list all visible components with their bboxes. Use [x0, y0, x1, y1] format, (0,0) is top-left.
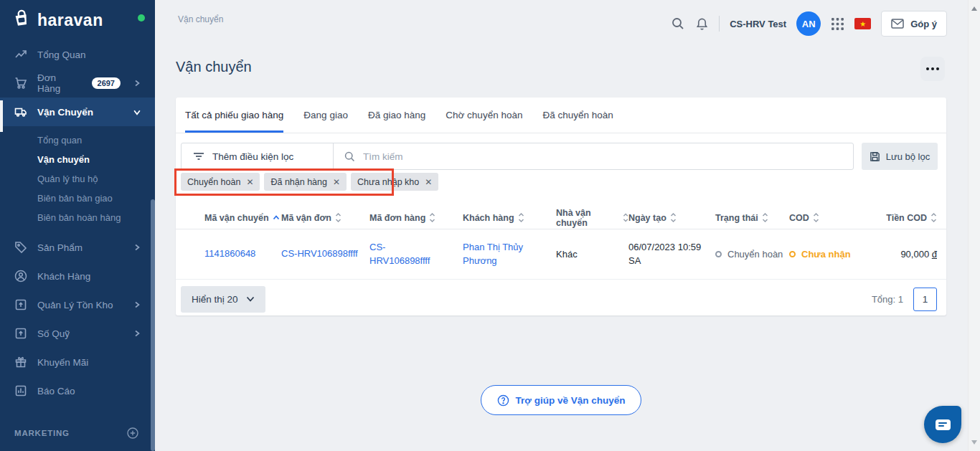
notification-bell-icon[interactable]	[695, 17, 709, 31]
tracking-code-link[interactable]: CS-HRV106898ffff	[281, 247, 369, 261]
submenu-item-quan-ly-thu-ho[interactable]: Quản lý thu hộ	[0, 169, 155, 189]
chip-close-icon[interactable]: ✕	[425, 178, 432, 186]
filter-chip-chuyen-hoan[interactable]: Chuyển hoàn ✕	[181, 173, 260, 191]
cod-amount-cell: 90,000 đ	[857, 249, 937, 260]
sidebar-item-khuyen-mai[interactable]: Khuyến Mãi	[0, 348, 155, 376]
chevron-right-icon	[131, 244, 143, 251]
filter-chip-chua-nhap-kho[interactable]: Chưa nhập kho ✕	[351, 173, 438, 191]
topbar-actions: CS-HRV Test AN ★ Góp ý	[671, 10, 947, 37]
sidebar-item-quan-ly-ton-kho[interactable]: Quản Lý Tồn Kho	[0, 290, 155, 319]
customer-link[interactable]: Phan Thị Thủy Phương	[463, 241, 556, 268]
cart-icon	[14, 77, 27, 90]
tab-da-giao-hang[interactable]: Đã giao hàng	[368, 98, 425, 133]
logo-text: haravan	[37, 11, 103, 30]
sidebar-item-bao-cao[interactable]: Báo Cáo	[0, 376, 155, 405]
tab-da-chuyen-hoan[interactable]: Đã chuyển hoàn	[542, 98, 613, 133]
status-online-dot	[138, 14, 145, 22]
status-ring-icon	[715, 251, 722, 257]
scroll-up-arrow-icon[interactable]	[971, 6, 977, 11]
sidebar-item-don-hang[interactable]: Đơn Hàng 2697	[0, 69, 155, 98]
sidebar-scrollbar[interactable]	[151, 199, 155, 451]
chat-widget-button[interactable]	[924, 406, 961, 443]
table-header: Mã vận chuyển Mã vận đơn Mã đơn hàng Khá…	[176, 206, 946, 229]
column-header-ngay-tao[interactable]: Ngày tạo	[628, 213, 715, 223]
feedback-button[interactable]: Góp ý	[881, 11, 947, 37]
active-filter-chips: Chuyển hoàn ✕ Đã nhận hàng ✕ Chưa nhập k…	[181, 173, 438, 191]
avatar[interactable]: AN	[796, 11, 821, 36]
page-size-dropdown[interactable]: Hiển thị 20	[181, 286, 265, 313]
main-content: Vận chuyển CS-HRV Test AN ★ Góp ý Vận ch…	[155, 0, 980, 451]
sort-icon	[429, 213, 435, 222]
shipments-card: Tất cả phiếu giao hàng Đang giao Đã giao…	[176, 98, 946, 315]
tag-icon	[14, 241, 27, 254]
orders-count-badge: 2697	[92, 77, 121, 89]
submenu-item-tong-quan[interactable]: Tổng quan	[0, 130, 155, 150]
sidebar-item-google-ads[interactable]: G Google Ads	[0, 445, 155, 451]
tab-dang-giao[interactable]: Đang giao	[303, 98, 348, 133]
line-chart-icon	[14, 48, 27, 61]
sort-icon	[813, 213, 819, 222]
page-number-button[interactable]: 1	[913, 288, 937, 311]
tab-cho-chuyen-hoan[interactable]: Chờ chuyển hoàn	[446, 98, 522, 133]
question-circle-icon	[497, 394, 509, 407]
sidebar-item-khach-hang[interactable]: Khách Hàng	[0, 262, 155, 290]
breadcrumb[interactable]: Vận chuyển	[178, 14, 223, 24]
chip-close-icon[interactable]: ✕	[333, 178, 340, 186]
add-filter-button[interactable]: Thêm điều kiện lọc	[182, 143, 334, 169]
account-name[interactable]: CS-HRV Test	[730, 19, 786, 29]
column-header-ma-van-don[interactable]: Mã vận đơn	[281, 213, 369, 223]
chip-close-icon[interactable]: ✕	[246, 178, 253, 186]
shopping-bag-logo-icon	[11, 8, 33, 32]
cod-status-cell: Chưa nhận	[789, 249, 857, 260]
submenu-item-bien-ban-ban-giao[interactable]: Biên bản bàn giao	[0, 189, 155, 208]
sidebar-item-so-quy[interactable]: Số Quỹ	[0, 319, 155, 348]
apps-grid-icon[interactable]	[831, 17, 844, 31]
status-cell: Chuyển hoàn	[715, 249, 789, 260]
report-icon	[14, 384, 27, 397]
currency-symbol: đ	[932, 249, 937, 260]
chevron-down-icon	[246, 296, 255, 302]
chevron-right-icon	[131, 301, 143, 308]
sidebar-item-san-pham[interactable]: Sản Phẩm	[0, 233, 155, 262]
sort-icon	[335, 213, 341, 222]
search-icon	[344, 151, 356, 163]
status-tabs: Tất cả phiếu giao hàng Đang giao Đã giao…	[176, 98, 946, 133]
filter-search-group: Thêm điều kiện lọc	[181, 143, 854, 170]
column-header-ma-van-chuyen[interactable]: Mã vận chuyển	[204, 213, 281, 223]
sidebar-item-tong-quan[interactable]: Tổng Quan	[0, 40, 155, 69]
column-header-trang-thai[interactable]: Trạng thái	[715, 213, 789, 223]
order-code-link[interactable]: CS-HRV106898ffff	[369, 241, 463, 268]
save-filter-button[interactable]: Lưu bộ lọc	[862, 143, 938, 170]
search-input[interactable]	[363, 151, 843, 162]
marketing-section-header: MARKETING	[0, 421, 155, 445]
shipping-submenu: Tổng quan Vận chuyển Quản lý thu hộ Biên…	[0, 126, 155, 233]
chevron-right-icon	[131, 330, 143, 337]
submenu-item-bien-ban-hoan-hang[interactable]: Biên bản hoàn hàng	[0, 208, 155, 227]
column-header-nha-van-chuyen[interactable]: Nhà vận chuyển	[556, 208, 628, 228]
tab-all-shipments[interactable]: Tất cả phiếu giao hàng	[185, 98, 283, 133]
shipment-code-link[interactable]: 1141860648	[204, 247, 281, 261]
sidebar-item-van-chuyen[interactable]: Vận Chuyển	[0, 98, 155, 126]
column-header-tien-cod[interactable]: Tiền COD	[857, 213, 937, 223]
help-button[interactable]: Trợ giúp về Vận chuyển	[481, 385, 642, 415]
vietnam-flag-icon[interactable]: ★	[854, 18, 871, 29]
sort-asc-icon	[273, 215, 280, 220]
column-header-cod[interactable]: COD	[789, 213, 857, 223]
created-at-cell: 06/07/2023 10:59 SA	[628, 241, 715, 268]
haravan-logo[interactable]: haravan	[0, 0, 155, 40]
column-header-ma-don-hang[interactable]: Mã đơn hàng	[369, 213, 463, 223]
table-row: 1141860648 CS-HRV106898ffff CS-HRV106898…	[176, 229, 946, 280]
scroll-down-arrow-icon[interactable]	[971, 440, 977, 445]
cashbook-icon	[14, 327, 27, 340]
chat-icon	[936, 419, 951, 430]
carrier-cell: Khác	[556, 249, 628, 260]
filter-chip-da-nhan-hang[interactable]: Đã nhận hàng ✕	[264, 173, 347, 191]
column-header-khach-hang[interactable]: Khách hàng	[463, 213, 556, 223]
plus-circle-icon[interactable]	[126, 427, 139, 440]
page-scrollbar[interactable]	[968, 0, 980, 451]
more-options-button[interactable]	[920, 57, 945, 81]
sort-icon	[518, 213, 524, 222]
save-icon	[870, 151, 880, 162]
search-icon[interactable]	[671, 16, 685, 31]
submenu-item-van-chuyen[interactable]: Vận chuyển	[0, 150, 155, 169]
